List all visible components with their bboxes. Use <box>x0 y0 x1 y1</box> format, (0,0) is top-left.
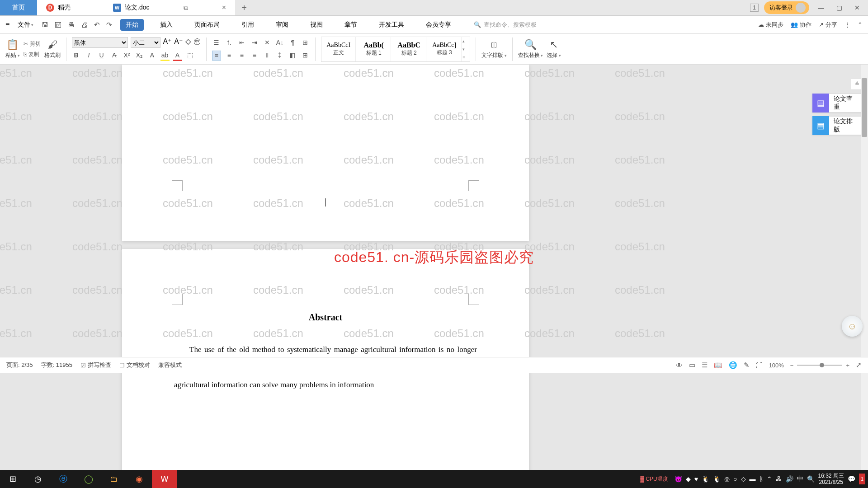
tab-member[interactable]: 会员专享 <box>420 19 457 31</box>
shrink-font-icon[interactable]: A⁻ <box>174 37 183 48</box>
tray-search-icon[interactable]: 🔍 <box>807 475 815 483</box>
tray-icon-1[interactable]: 😈 <box>675 475 682 483</box>
print-icon[interactable]: 🖶 <box>68 21 75 29</box>
command-search[interactable]: 🔍 查找命令、搜索模板 <box>474 21 537 29</box>
bold-button[interactable]: B <box>72 51 81 61</box>
taskbar-clock[interactable]: 16:32 周三 2021/8/25 <box>818 473 844 486</box>
fit-page-icon[interactable]: ⛶ <box>756 361 763 369</box>
phonetic-icon[interactable]: ㊥ <box>193 37 201 48</box>
line-spacing-button[interactable]: ‡ <box>275 51 284 61</box>
fullscreen-icon[interactable]: ⤢ <box>856 361 862 369</box>
tray-overflow-icon[interactable]: ⌃ <box>767 475 772 483</box>
taskbar-app-2[interactable]: ◉ <box>127 470 152 488</box>
spell-check-toggle[interactable]: ☑ 拼写检查 <box>80 361 111 369</box>
superscript-button[interactable]: X² <box>123 51 132 61</box>
text-effects-button[interactable]: A <box>148 51 157 61</box>
strikethrough-button[interactable]: A̶ <box>110 51 119 61</box>
page-view-icon[interactable]: ▭ <box>689 361 695 369</box>
align-left-button[interactable]: ≡ <box>212 51 221 61</box>
eye-care-icon[interactable]: 👁 <box>676 361 683 369</box>
tray-icon-8[interactable]: ◇ <box>741 475 746 483</box>
paper-format-button[interactable]: ▤ 论文排版 <box>812 116 863 135</box>
tab-stop-button[interactable]: ⊞ <box>301 38 310 48</box>
undo-icon[interactable]: ↶ <box>94 21 100 29</box>
close-window-button[interactable]: ✕ <box>851 4 863 11</box>
numbering-button[interactable]: ⒈ <box>225 38 234 48</box>
tray-bluetooth-icon[interactable]: ᛒ <box>760 475 763 483</box>
format-painter-button[interactable]: 🖌 格式刷 <box>44 39 61 59</box>
increase-indent-button[interactable]: ⇥ <box>250 38 259 48</box>
action-center-icon[interactable]: 💬 <box>848 475 855 483</box>
maximize-button[interactable]: ▢ <box>833 4 845 11</box>
taskbar-wps[interactable]: W <box>152 470 177 488</box>
word-count[interactable]: 字数: 11955 <box>41 361 72 369</box>
taskbar-explorer[interactable]: 🗀 <box>101 470 127 488</box>
guest-login-button[interactable]: 访客登录 <box>764 1 809 14</box>
font-size-select[interactable]: 小二 <box>131 37 160 48</box>
tab-developer[interactable]: 开发工具 <box>373 19 410 31</box>
style-heading1[interactable]: AaBb(标题 1 <box>357 37 391 61</box>
select-button[interactable]: ↖ 选择 <box>547 39 561 59</box>
start-button[interactable]: ⊞ <box>0 470 25 488</box>
scrollbar-thumb[interactable] <box>862 78 867 137</box>
align-justify-button[interactable]: ≡ <box>250 51 259 61</box>
taskbar-app-1[interactable]: ◷ <box>25 470 51 488</box>
zoom-value[interactable]: 100% <box>769 362 784 369</box>
tab-home[interactable]: 首页 <box>0 0 37 15</box>
paste-button[interactable]: 📋 粘贴 <box>5 39 20 59</box>
more-icon[interactable]: ⋮ <box>844 21 850 29</box>
zoom-slider[interactable]: − + <box>790 362 849 369</box>
tab-docer[interactable]: D 稻壳 <box>37 0 104 15</box>
borders-button[interactable]: ⊞ <box>301 51 310 61</box>
popout-icon[interactable]: ⧉ <box>184 4 188 12</box>
share-button[interactable]: ↗ 分享 <box>819 21 837 29</box>
tab-page-layout[interactable]: 页面布局 <box>189 19 225 31</box>
collapse-ribbon-icon[interactable]: ⌃ <box>858 21 863 29</box>
page-indicator[interactable]: 页面: 2/35 <box>6 361 33 369</box>
bullets-button[interactable]: ☰ <box>212 38 221 48</box>
tab-document[interactable]: W 论文.doc ⧉ × <box>104 0 235 15</box>
outline-view-icon[interactable]: ☰ <box>702 361 708 369</box>
zoom-in-button[interactable]: + <box>846 362 849 369</box>
save-icon[interactable]: 🖫 <box>42 21 48 29</box>
copy-button[interactable]: ⎘ 复制 <box>24 51 41 58</box>
decrease-indent-button[interactable]: ⇤ <box>237 38 246 48</box>
proof-toggle[interactable]: ☐ 文档校对 <box>119 361 150 369</box>
italic-button[interactable]: I <box>85 51 94 61</box>
notification-badge[interactable]: 1 <box>859 474 865 484</box>
assistant-bubble[interactable]: ☺ <box>842 316 863 337</box>
plagiarism-check-button[interactable]: ▤ 论文查重 <box>812 94 863 113</box>
print-preview-icon[interactable]: 🗟 <box>55 21 61 29</box>
paragraph-mark-button[interactable]: ¶ <box>288 38 297 48</box>
find-replace-button[interactable]: 🔍 查找替换 <box>518 39 543 59</box>
cut-button[interactable]: ✂ 剪切 <box>24 40 41 48</box>
collab-button[interactable]: 👥 协作 <box>791 21 811 29</box>
tray-ime-icon[interactable]: 中 <box>797 475 803 483</box>
reading-view-icon[interactable]: 📖 <box>714 361 722 369</box>
page-previous[interactable] <box>122 65 529 241</box>
hamburger-icon[interactable]: ≡ <box>5 21 9 29</box>
tab-start[interactable]: 开始 <box>120 19 144 31</box>
add-tab-button[interactable]: + <box>235 0 253 15</box>
tray-icon-3[interactable]: ♥ <box>694 475 698 483</box>
tray-icon-5[interactable]: 🐧 <box>713 475 721 483</box>
style-gallery[interactable]: AaBbCcI正文 AaBb(标题 1 AaBbC标题 2 AaBbCc]标题 … <box>321 37 470 62</box>
style-heading2[interactable]: AaBbC标题 2 <box>392 37 426 61</box>
annotate-icon[interactable]: ✎ <box>744 361 750 369</box>
sync-status[interactable]: ☁ 未同步 <box>758 21 783 29</box>
close-tab-icon[interactable]: × <box>222 4 226 12</box>
font-color-button[interactable]: A <box>173 51 182 61</box>
sort-button[interactable]: A↓ <box>275 38 284 48</box>
tab-sections[interactable]: 章节 <box>339 19 363 31</box>
tab-view[interactable]: 视图 <box>305 19 328 31</box>
tab-review[interactable]: 审阅 <box>270 19 294 31</box>
print-direct-icon[interactable]: 🖨 <box>81 21 88 29</box>
font-name-select[interactable]: 黑体 <box>72 37 128 48</box>
asian-layout-button[interactable]: ✕ <box>263 38 272 48</box>
align-right-button[interactable]: ≡ <box>237 51 246 61</box>
distribute-button[interactable]: ⫴ <box>263 51 272 61</box>
taskbar-browser[interactable]: ◯ <box>76 470 101 488</box>
grow-font-icon[interactable]: A⁺ <box>163 37 172 48</box>
redo-icon[interactable]: ↷ <box>106 21 112 29</box>
tray-volume-icon[interactable]: 🔊 <box>786 475 793 483</box>
